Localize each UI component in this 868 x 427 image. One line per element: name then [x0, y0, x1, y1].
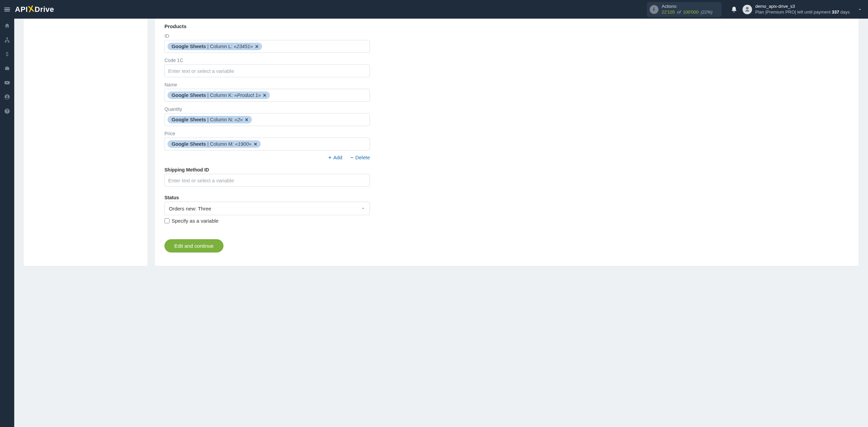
remove-chip-icon[interactable]: ✕ [255, 44, 259, 49]
sitemap-icon [4, 37, 10, 43]
field-id-label: ID [164, 33, 849, 39]
remove-chip-icon[interactable]: ✕ [254, 142, 257, 147]
field-price-label: Price [164, 131, 849, 136]
sidebar-item-help[interactable] [0, 104, 14, 118]
field-code1c-input[interactable] [164, 64, 370, 77]
edit-and-continue-button[interactable]: Edit and continue [164, 239, 223, 252]
app-header: APIXDrive i Actions: 22'105 of 100'000 (… [0, 0, 868, 19]
field-code1c: Code 1C [164, 58, 849, 77]
field-price: Price Google Sheets | Column M: «1900» ✕ [164, 131, 849, 150]
field-price-chip[interactable]: Google Sheets | Column M: «1900» ✕ [167, 140, 261, 148]
status-select[interactable]: Orders new: Three [164, 202, 370, 215]
remove-chip-icon[interactable]: ✕ [245, 117, 249, 122]
notifications-button[interactable] [728, 3, 741, 16]
field-name-input[interactable]: Google Sheets | Column K: «Product 1» ✕ [164, 89, 370, 102]
field-name: Name Google Sheets | Column K: «Product … [164, 82, 849, 102]
field-id-chip[interactable]: Google Sheets | Column L: «23451» ✕ [167, 43, 262, 50]
youtube-icon [4, 80, 10, 86]
add-product-button[interactable]: Add [328, 155, 342, 160]
field-name-label: Name [164, 82, 849, 87]
avatar [743, 5, 752, 14]
field-quantity-chip[interactable]: Google Sheets | Column N: «2» ✕ [167, 116, 252, 123]
user-plan-line: Plan |Premium PRO| left until payment 33… [755, 9, 850, 15]
sidebar-item-connections[interactable] [0, 33, 14, 47]
field-quantity: Quantity Google Sheets | Column N: «2» ✕ [164, 106, 849, 126]
logo-part-api: API [15, 5, 28, 14]
chevron-down-icon [361, 206, 366, 211]
status-variable-checkbox-row[interactable]: Specify as a variable [164, 218, 849, 224]
field-id-input[interactable]: Google Sheets | Column L: «23451» ✕ [164, 40, 370, 53]
field-shipping-input[interactable] [164, 174, 370, 187]
actions-value: 22'105 of 100'000 (22%) [662, 9, 713, 15]
chevron-down-icon [857, 7, 862, 12]
field-code1c-label: Code 1C [164, 58, 849, 63]
sidebar-item-profile[interactable] [0, 90, 14, 104]
field-shipping-textbox[interactable] [167, 176, 368, 185]
info-icon: i [650, 5, 658, 14]
user-circle-icon [4, 94, 10, 100]
hamburger-icon [3, 6, 11, 13]
field-status: Status Orders new: Three Specify as a va… [164, 195, 849, 224]
field-price-input[interactable]: Google Sheets | Column M: «1900» ✕ [164, 138, 370, 150]
sidebar [0, 19, 14, 427]
dollar-icon [4, 51, 10, 57]
field-quantity-input[interactable]: Google Sheets | Column N: «2» ✕ [164, 113, 370, 126]
products-heading: Products [164, 23, 849, 29]
field-shipping-label: Shipping Method ID [164, 167, 849, 172]
minus-icon [350, 156, 354, 160]
help-icon [4, 108, 10, 114]
logo-part-drive: Drive [35, 5, 54, 14]
home-icon [4, 23, 10, 29]
remove-chip-icon[interactable]: ✕ [263, 93, 267, 98]
product-row-actions: Add Delete [164, 155, 370, 160]
bell-icon [731, 6, 737, 13]
account-chevron [856, 6, 863, 13]
actions-label: Actions: [662, 4, 713, 9]
status-variable-checkbox[interactable] [164, 218, 170, 223]
sidebar-item-home[interactable] [0, 19, 14, 33]
field-name-chip[interactable]: Google Sheets | Column K: «Product 1» ✕ [167, 92, 270, 99]
left-panel [24, 19, 147, 266]
menu-toggle[interactable] [0, 0, 14, 19]
user-icon [744, 6, 750, 13]
actions-counter[interactable]: i Actions: 22'105 of 100'000 (22%) [647, 2, 722, 17]
status-selected: Orders new: Three [169, 206, 211, 211]
field-code1c-textbox[interactable] [167, 67, 368, 75]
sidebar-item-tools[interactable] [0, 61, 14, 76]
briefcase-icon [4, 65, 10, 72]
field-shipping: Shipping Method ID [164, 167, 849, 187]
status-variable-label: Specify as a variable [172, 218, 218, 224]
sidebar-item-billing[interactable] [0, 47, 14, 61]
field-quantity-label: Quantity [164, 106, 849, 112]
field-status-label: Status [164, 195, 849, 200]
logo-part-x: X [27, 3, 35, 15]
sidebar-item-videos[interactable] [0, 76, 14, 90]
main-content: Products ID Google Sheets | Column L: «2… [14, 19, 868, 427]
account-menu[interactable]: demo_apix-drive_s3 Plan |Premium PRO| le… [743, 4, 863, 15]
field-id: ID Google Sheets | Column L: «23451» ✕ [164, 33, 849, 53]
form-panel: Products ID Google Sheets | Column L: «2… [155, 19, 859, 266]
user-name: demo_apix-drive_s3 [755, 4, 850, 9]
plus-icon [328, 156, 332, 160]
app-logo[interactable]: APIXDrive [15, 4, 54, 15]
delete-product-button[interactable]: Delete [350, 155, 370, 160]
